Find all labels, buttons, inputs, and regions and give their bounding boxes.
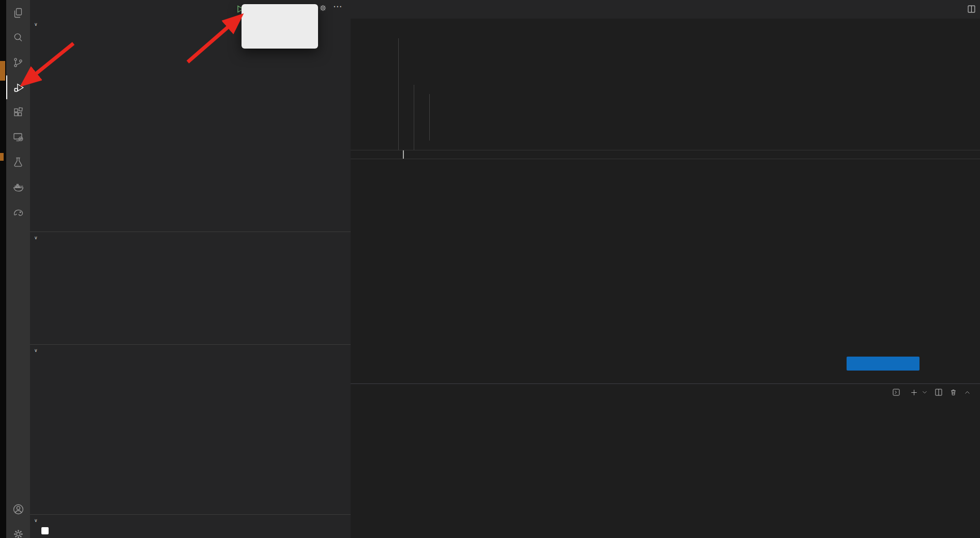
vscode-window: ⋯ ∨ ∨ ∨ ∨ (0, 0, 980, 538)
maximize-panel-chevron-up-icon[interactable] (964, 389, 971, 396)
new-terminal-icon[interactable] (910, 389, 918, 396)
edge-fragment (0, 61, 5, 81)
add-configuration-button[interactable] (847, 357, 919, 371)
launch-profile-icon[interactable] (892, 388, 900, 396)
docker-icon[interactable] (6, 175, 30, 198)
chevron-down-icon: ∨ (34, 348, 38, 353)
current-line-highlight (351, 150, 980, 159)
run-and-debug-sidebar: ⋯ ∨ ∨ ∨ ∨ (30, 0, 351, 538)
extensions-icon[interactable] (6, 100, 30, 124)
debug-settings-gear-icon[interactable] (319, 4, 327, 14)
desktop-edge-strip (0, 0, 6, 538)
call-stack-section-header[interactable]: ∨ (30, 345, 351, 356)
settings-gear-icon[interactable] (6, 522, 30, 538)
uncaught-exceptions-checkbox[interactable] (41, 527, 49, 534)
editor-tab-bar (351, 0, 980, 19)
indent-guide (398, 38, 399, 150)
editor-group (351, 0, 980, 383)
indent-guide (429, 94, 430, 141)
run-configuration-menu (242, 4, 318, 49)
source-control-icon[interactable] (6, 51, 30, 74)
search-icon[interactable] (6, 26, 30, 50)
chevron-down-icon[interactable] (922, 389, 928, 395)
kill-terminal-trash-icon[interactable] (949, 388, 957, 396)
text-cursor (403, 150, 404, 159)
views-more-actions-icon[interactable]: ⋯ (333, 1, 342, 12)
uncaught-exceptions-row[interactable] (41, 527, 53, 534)
gradle-icon[interactable] (6, 199, 30, 223)
bottom-panel (351, 383, 980, 538)
remote-explorer-icon[interactable] (6, 125, 30, 149)
chevron-down-icon: ∨ (34, 22, 38, 27)
edge-fragment (0, 153, 4, 161)
split-editor-icon[interactable] (967, 5, 976, 16)
split-terminal-icon[interactable] (934, 388, 943, 396)
testing-icon[interactable] (6, 150, 30, 174)
chevron-down-icon: ∨ (34, 518, 38, 523)
watch-section-header[interactable]: ∨ (30, 232, 351, 243)
indent-guide (414, 85, 414, 150)
breakpoints-section-header[interactable]: ∨ (30, 515, 351, 526)
activity-bar (6, 0, 30, 538)
chevron-down-icon: ∨ (34, 235, 38, 240)
panel-actions (892, 388, 971, 396)
run-and-debug-icon[interactable] (6, 75, 30, 99)
accounts-icon[interactable] (6, 497, 30, 521)
explorer-icon[interactable] (6, 1, 30, 25)
